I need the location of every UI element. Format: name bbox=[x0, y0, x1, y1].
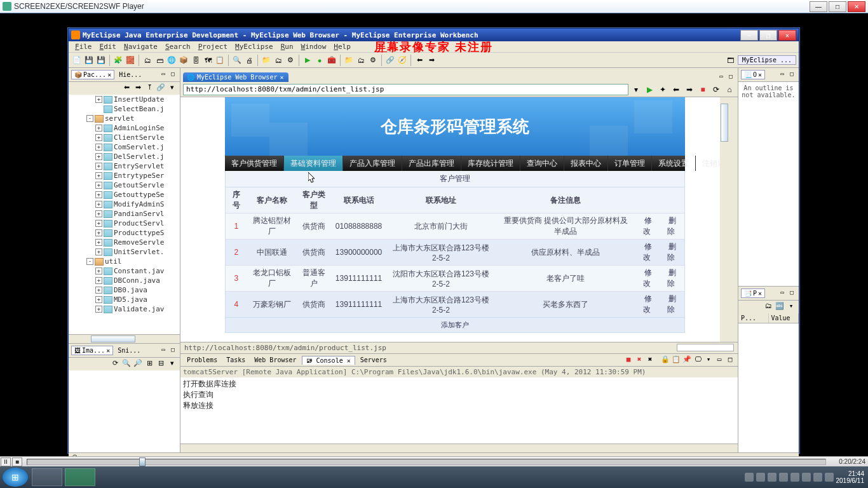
tree-item[interactable]: +PandianServl bbox=[69, 209, 180, 219]
tray-flag-icon[interactable] bbox=[756, 473, 765, 482]
nav-item[interactable]: 报表中心 bbox=[564, 156, 608, 171]
menu-myeclipse[interactable]: MyEclipse bbox=[231, 43, 277, 51]
tool-icon[interactable]: 🗺 bbox=[202, 55, 214, 66]
minimize-button[interactable]: — bbox=[810, 1, 827, 12]
maximize-pane-icon[interactable]: □ bbox=[168, 346, 177, 355]
pin-console-icon[interactable]: 📌 bbox=[682, 355, 692, 365]
tree-item[interactable]: +DelServlet.j bbox=[69, 152, 180, 161]
tree-item[interactable]: +InsertUpdate bbox=[69, 95, 180, 104]
menu-edit[interactable]: Edit bbox=[96, 43, 121, 51]
tree-item[interactable]: +GetouttypeSe bbox=[69, 190, 180, 200]
menu-icon[interactable]: ▾ bbox=[167, 359, 177, 369]
tool-icon[interactable]: ⟳ bbox=[110, 359, 120, 369]
delete-link[interactable]: 删除 bbox=[667, 216, 676, 236]
bottom-tab[interactable]: Problems bbox=[183, 356, 221, 364]
minimize-pane-icon[interactable]: ▭ bbox=[159, 346, 168, 355]
seek-slider[interactable] bbox=[27, 459, 826, 465]
remove-all-icon[interactable]: ✖ bbox=[645, 355, 655, 365]
horizontal-scrollbar[interactable] bbox=[180, 444, 738, 452]
forward-icon[interactable]: ➡ bbox=[133, 83, 143, 93]
maximize-pane-icon[interactable]: □ bbox=[787, 289, 796, 298]
favorite-icon[interactable]: ✦ bbox=[657, 84, 668, 95]
tree-item[interactable]: +ProducttypeS bbox=[69, 228, 180, 238]
tree-item[interactable]: +UnitServlet. bbox=[69, 247, 180, 257]
edit-link[interactable]: 修改 bbox=[643, 216, 652, 236]
menu-search[interactable]: Search bbox=[161, 43, 194, 51]
menu-navigate[interactable]: Navigate bbox=[120, 43, 161, 51]
maximize-editor-icon[interactable]: □ bbox=[726, 73, 735, 82]
minimize-pane-icon[interactable]: ▭ bbox=[778, 71, 787, 79]
clear-console-icon[interactable]: 📋 bbox=[671, 355, 681, 365]
display-icon[interactable]: 🖵 bbox=[693, 355, 703, 365]
stop-button[interactable]: ■ bbox=[12, 458, 22, 466]
save-icon[interactable]: 💾 bbox=[83, 55, 95, 66]
back-icon[interactable]: ⬅ bbox=[121, 83, 132, 93]
tree-item[interactable]: SelectBean.j bbox=[69, 104, 180, 114]
system-clock[interactable]: 21:44 2019/6/11 bbox=[836, 470, 865, 484]
tab-properties[interactable]: 📑 P ✕ bbox=[741, 288, 765, 298]
tool-icon[interactable]: 🔍 bbox=[231, 55, 243, 66]
package-explorer-tree[interactable]: +InsertUpdateSelectBean.j-servlet+AdminL… bbox=[69, 95, 180, 334]
menu-help[interactable]: Help bbox=[330, 43, 355, 51]
console-output[interactable]: 打开数据库连接 执行查询 释放连接 bbox=[180, 377, 738, 444]
forward-icon[interactable]: ➡ bbox=[684, 84, 695, 95]
tool-icon[interactable]: 🔤 bbox=[775, 302, 785, 312]
tool-icon[interactable]: 🗂 bbox=[355, 55, 367, 66]
delete-link[interactable]: 删除 bbox=[667, 268, 676, 288]
tool-icon[interactable]: 🗂 bbox=[763, 302, 773, 312]
edit-link[interactable]: 修改 bbox=[643, 242, 652, 262]
tree-item[interactable]: +Validate.jav bbox=[69, 304, 180, 314]
tree-item[interactable]: +ProductServl bbox=[69, 219, 180, 228]
menu-icon[interactable]: ▾ bbox=[167, 83, 177, 93]
tree-item[interactable]: +ComServlet.j bbox=[69, 142, 180, 152]
tray-volume-icon[interactable] bbox=[813, 473, 822, 482]
eclipse-minimize-button[interactable]: — bbox=[740, 30, 758, 41]
tree-item[interactable]: +EntryServlet bbox=[69, 161, 180, 171]
tab-package-explorer[interactable]: 📦 Pac... ✕ bbox=[71, 70, 114, 79]
menu-icon[interactable]: ▾ bbox=[786, 302, 796, 312]
tree-item[interactable]: +Constant.jav bbox=[69, 266, 180, 276]
tree-item[interactable]: -servlet bbox=[69, 114, 180, 123]
edit-link[interactable]: 修改 bbox=[643, 268, 652, 288]
nav-item[interactable]: 产品入库管理 bbox=[343, 156, 402, 171]
vertical-scrollbar[interactable] bbox=[720, 97, 729, 342]
tool-icon[interactable]: ⚙ bbox=[285, 55, 296, 66]
delete-link[interactable]: 删除 bbox=[667, 242, 676, 262]
eclipse-maximize-button[interactable]: □ bbox=[759, 30, 777, 41]
forward-icon[interactable]: ➡ bbox=[426, 55, 437, 66]
maximize-pane-icon[interactable]: □ bbox=[725, 355, 735, 365]
tool-icon[interactable]: ⊞ bbox=[144, 359, 154, 369]
nav-item[interactable]: 客户供货管理 bbox=[225, 156, 284, 171]
tray-icon[interactable] bbox=[802, 473, 811, 482]
menu-project[interactable]: Project bbox=[194, 43, 231, 51]
new-icon[interactable]: 📄 bbox=[71, 55, 83, 66]
tool-icon[interactable]: 🗂 bbox=[273, 55, 284, 66]
collapse-icon[interactable]: ⤒ bbox=[144, 83, 154, 93]
dropdown-icon[interactable]: ▾ bbox=[630, 84, 642, 95]
bottom-tab[interactable]: Web Browser bbox=[250, 356, 300, 364]
tree-item[interactable]: +RemoveServle bbox=[69, 238, 180, 247]
minimize-editor-icon[interactable]: ▭ bbox=[717, 73, 726, 82]
tool-icon[interactable]: 🗄 bbox=[190, 55, 201, 66]
editor-tab-browser[interactable]: 🌐 MyEclipse Web Browser ✕ bbox=[183, 72, 288, 82]
tool-icon[interactable]: 🖨 bbox=[243, 55, 255, 66]
url-input[interactable] bbox=[183, 84, 628, 95]
tree-item[interactable]: +AdminLoginSe bbox=[69, 123, 180, 133]
tree-item[interactable]: +EntrytypeSer bbox=[69, 171, 180, 180]
tool-icon[interactable]: 📋 bbox=[214, 55, 226, 66]
browser-viewport[interactable]: 仓库条形码管理系统 客户供货管理基础资料管理产品入库管理产品出库管理库存统计管理… bbox=[180, 97, 738, 342]
home-icon[interactable]: ⌂ bbox=[724, 84, 735, 95]
bottom-tab[interactable]: 🖳 Console ✕ bbox=[302, 356, 355, 365]
tool-icon[interactable]: 📁 bbox=[343, 55, 355, 66]
remove-icon[interactable]: ✖ bbox=[634, 355, 644, 365]
ext-tools-icon[interactable]: 🧰 bbox=[326, 55, 337, 66]
back-icon[interactable]: ⬅ bbox=[670, 84, 682, 95]
tool-icon[interactable]: 📦 bbox=[178, 55, 189, 66]
tool-icon[interactable]: ⚙ bbox=[367, 55, 379, 66]
taskbar-app-button[interactable] bbox=[65, 468, 95, 486]
open-console-icon[interactable]: ▾ bbox=[703, 355, 714, 365]
menu-run[interactable]: Run bbox=[277, 43, 297, 51]
tab-hierarchy[interactable]: Hie... bbox=[116, 70, 145, 79]
tree-item[interactable]: +DB0.java bbox=[69, 285, 180, 295]
tree-item[interactable]: +ModifyAdminS bbox=[69, 200, 180, 209]
